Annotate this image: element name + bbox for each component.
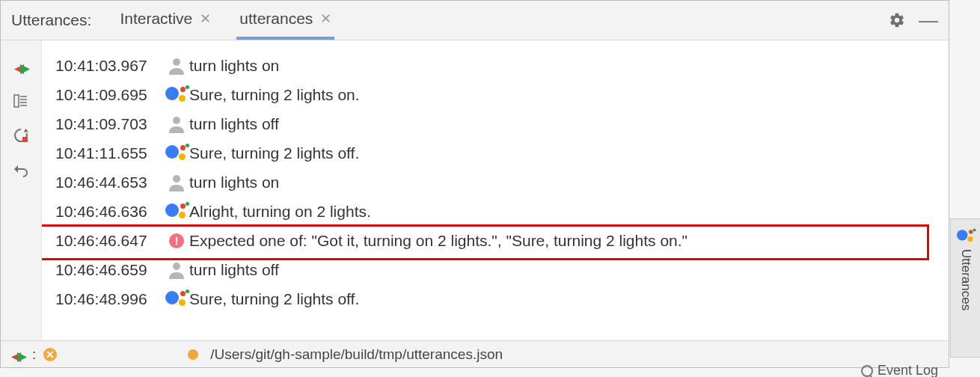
log-area: 10:41:03.967 turn lights on 10:41:09.695… — [42, 40, 949, 340]
timestamp: 10:46:44.653 — [55, 174, 164, 191]
tab-utterances[interactable]: utterances ✕ — [236, 1, 334, 40]
close-icon[interactable]: ✕ — [320, 10, 331, 27]
log-row: 10:41:09.695 Sure, turning 2 lights on. — [55, 80, 949, 109]
side-tab-label: Utterances — [958, 249, 973, 310]
cancel-icon[interactable]: ✕ — [43, 348, 57, 361]
assistant-icon — [164, 85, 189, 105]
tab-interactive[interactable]: Interactive ✕ — [117, 1, 214, 40]
status-path: /Users/git/gh-sample/build/tmp/utterance… — [210, 346, 503, 363]
gear-icon[interactable] — [889, 12, 905, 28]
side-tab-utterances[interactable]: Utterances — [950, 218, 980, 358]
log-message: Alright, turning on 2 lights. — [189, 203, 371, 221]
log-row: 10:41:11.655 Sure, turning 2 lights off. — [55, 138, 949, 168]
timestamp: 10:41:11.655 — [55, 144, 164, 162]
timestamp: 10:46:46.636 — [55, 203, 164, 221]
log-row: 10:41:03.967 turn lights on — [55, 51, 949, 80]
event-log-button[interactable]: Event Log — [861, 363, 938, 377]
svg-point-11 — [173, 263, 180, 270]
log-row: 10:46:46.659 turn lights off — [55, 255, 949, 284]
user-icon — [164, 174, 189, 191]
log-message: Expected one of: "Got it, turning on 2 l… — [189, 232, 687, 250]
toggle-run-icon[interactable]: ◀▶ — [11, 57, 31, 76]
log-row: 10:46:46.636 Alright, turning on 2 light… — [55, 197, 949, 226]
assistant-icon — [164, 202, 189, 221]
timestamp: 10:46:46.659 — [55, 261, 164, 279]
log-row-error: 10:46:46.647 ! Expected one of: "Got it,… — [55, 226, 949, 255]
layout-icon[interactable] — [11, 91, 31, 111]
timestamp: 10:41:03.967 — [55, 57, 164, 75]
log-message: Sure, turning 2 lights on. — [189, 86, 360, 104]
log-row: 10:46:44.653 turn lights on — [55, 168, 949, 197]
event-log-icon — [861, 365, 873, 377]
minimize-icon[interactable]: — — [919, 16, 938, 24]
user-icon — [164, 261, 189, 279]
svg-point-8 — [173, 58, 180, 66]
status-dot-icon — [188, 349, 198, 360]
user-icon — [164, 57, 189, 75]
log-message: turn lights on — [189, 174, 279, 191]
close-icon[interactable]: ✕ — [200, 10, 211, 27]
event-log-label: Event Log — [878, 363, 938, 377]
timestamp: 10:46:48.996 — [55, 290, 164, 308]
timestamp: 10:41:09.695 — [55, 86, 164, 104]
assistant-icon — [164, 144, 189, 163]
tabbar: Utterances: Interactive ✕ utterances ✕ — — [1, 1, 949, 40]
undo-icon[interactable] — [11, 160, 31, 180]
svg-marker-7 — [14, 165, 18, 173]
svg-point-10 — [173, 175, 180, 183]
timestamp: 10:41:09.703 — [55, 115, 164, 133]
log-message: turn lights off — [189, 261, 279, 279]
panel-title: Utterances: — [11, 11, 91, 29]
log-message: turn lights on — [189, 57, 279, 75]
svg-point-9 — [173, 117, 180, 124]
log-message: turn lights off — [189, 115, 279, 133]
log-row: 10:41:09.703 turn lights off — [55, 109, 949, 138]
log-message: Sure, turning 2 lights off. — [189, 144, 359, 162]
sidebar: ◀▶ — [1, 40, 42, 340]
tab-label: Interactive — [120, 10, 192, 28]
utterances-panel: Utterances: Interactive ✕ utterances ✕ —… — [0, 0, 949, 368]
assistant-icon — [957, 229, 975, 245]
log-row: 10:46:48.996 Sure, turning 2 lights off. — [55, 284, 949, 313]
assistant-icon — [164, 289, 189, 309]
log-message: Sure, turning 2 lights off. — [189, 290, 359, 308]
tab-label: utterances — [239, 10, 313, 28]
rerun-icon[interactable] — [11, 126, 31, 145]
error-icon: ! — [164, 233, 189, 248]
toggle-run-icon[interactable]: ◀▶ — [11, 348, 25, 361]
svg-rect-6 — [22, 137, 28, 142]
status-bar: ◀▶ : ✕ /Users/git/gh-sample/build/tmp/ut… — [1, 340, 949, 367]
timestamp: 10:46:46.647 — [55, 232, 164, 250]
svg-marker-5 — [24, 129, 28, 132]
user-icon — [164, 115, 189, 133]
status-colon: : — [32, 346, 36, 363]
svg-rect-0 — [14, 95, 19, 107]
